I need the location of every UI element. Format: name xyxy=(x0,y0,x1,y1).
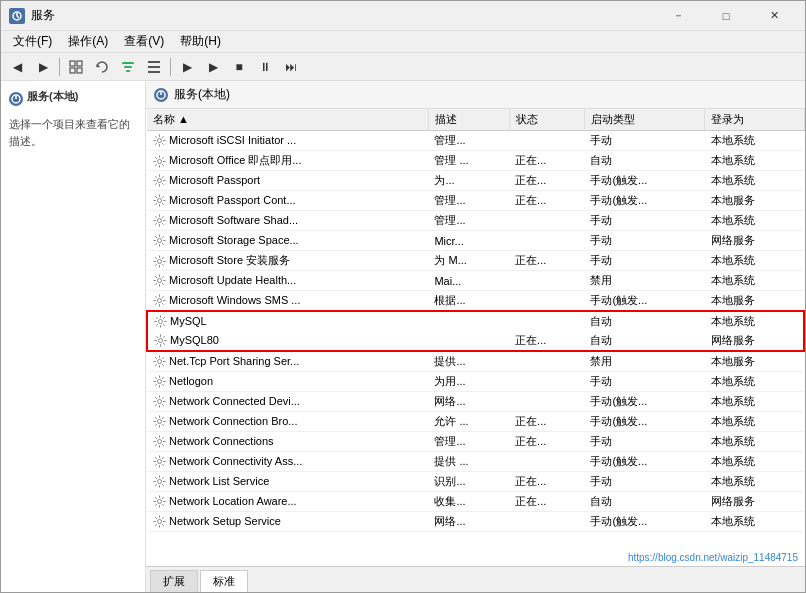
col-startup[interactable]: 启动类型 xyxy=(584,109,704,131)
table-row[interactable]: Microsoft Storage Space...Micr...手动网络服务 xyxy=(147,231,804,251)
forward-button[interactable]: ▶ xyxy=(31,56,55,78)
table-row[interactable]: Microsoft Passport Cont...管理...正在...手动(触… xyxy=(147,191,804,211)
table-row[interactable]: Network Location Aware...收集...正在...自动网络服… xyxy=(147,492,804,512)
svg-point-26 xyxy=(158,320,162,324)
svg-rect-7 xyxy=(122,62,134,64)
table-header-row: 名称 ▲ 描述 状态 启动类型 登录为 xyxy=(147,109,804,131)
toolbar-sep-2 xyxy=(170,58,171,76)
title-bar: 服务 － □ ✕ xyxy=(1,1,805,31)
toolbar-btn-filter[interactable] xyxy=(116,56,140,78)
panel-header-icon xyxy=(154,88,168,102)
back-button[interactable]: ◀ xyxy=(5,56,29,78)
svg-rect-6 xyxy=(77,68,82,73)
table-row[interactable]: Network Setup Service网络...手动(触发...本地系统 xyxy=(147,512,804,532)
svg-rect-9 xyxy=(126,70,130,72)
menu-view[interactable]: 查看(V) xyxy=(116,31,172,52)
table-row[interactable]: MySQL80正在...自动网络服务 xyxy=(147,331,804,351)
panel-title: 服务(本地) xyxy=(174,86,230,103)
sidebar-description: 选择一个项目来查看它的描述。 xyxy=(9,116,137,149)
table-row[interactable]: Microsoft Windows SMS ...根据...手动(触发...本地… xyxy=(147,291,804,312)
svg-rect-3 xyxy=(70,61,75,66)
toolbar-sep-1 xyxy=(59,58,60,76)
table-row[interactable]: Microsoft Passport为...正在...手动(触发...本地系统 xyxy=(147,171,804,191)
toolbar-btn-restart[interactable]: ⏭ xyxy=(279,56,303,78)
tab-extend[interactable]: 扩展 xyxy=(150,570,198,592)
svg-rect-11 xyxy=(148,66,160,68)
svg-point-20 xyxy=(157,199,161,203)
svg-point-23 xyxy=(157,259,161,263)
sidebar: 服务(本地) 选择一个项目来查看它的描述。 xyxy=(1,81,146,592)
svg-line-2 xyxy=(17,16,19,18)
table-row[interactable]: Network Connection Bro...允许 ...正在...手动(触… xyxy=(147,412,804,432)
col-name[interactable]: 名称 ▲ xyxy=(147,109,428,131)
svg-point-31 xyxy=(157,420,161,424)
svg-rect-5 xyxy=(70,68,75,73)
maximize-button[interactable]: □ xyxy=(703,6,749,26)
tab-standard[interactable]: 标准 xyxy=(200,570,248,592)
svg-point-24 xyxy=(157,279,161,283)
svg-point-34 xyxy=(157,480,161,484)
svg-rect-10 xyxy=(148,61,160,63)
title-bar-left: 服务 xyxy=(9,7,55,24)
menu-help[interactable]: 帮助(H) xyxy=(172,31,229,52)
close-button[interactable]: ✕ xyxy=(751,6,797,26)
menu-bar: 文件(F) 操作(A) 查看(V) 帮助(H) xyxy=(1,31,805,53)
table-row[interactable]: Microsoft Store 安装服务为 M...正在...手动本地系统 xyxy=(147,251,804,271)
table-row[interactable]: Microsoft iSCSI Initiator ...管理...手动本地系统 xyxy=(147,131,804,151)
svg-point-25 xyxy=(157,299,161,303)
menu-action[interactable]: 操作(A) xyxy=(60,31,116,52)
toolbar-btn-pause[interactable]: ⏸ xyxy=(253,56,277,78)
sidebar-title: 服务(本地) xyxy=(27,89,78,104)
table-row[interactable]: Microsoft Update Health...Mai...禁用本地系统 xyxy=(147,271,804,291)
table-row[interactable]: Net.Tcp Port Sharing Ser...提供...禁用本地服务 xyxy=(147,351,804,372)
svg-point-28 xyxy=(157,360,161,364)
svg-rect-4 xyxy=(77,61,82,66)
app-icon xyxy=(9,8,25,24)
watermark: https://blog.csdn.net/waizip_11484715 xyxy=(628,552,798,563)
toolbar-btn-list[interactable] xyxy=(142,56,166,78)
svg-point-19 xyxy=(157,179,161,183)
svg-point-21 xyxy=(157,219,161,223)
toolbar-btn-play[interactable]: ▶ xyxy=(175,56,199,78)
svg-point-18 xyxy=(157,159,161,163)
col-login[interactable]: 登录为 xyxy=(705,109,804,131)
services-table: 名称 ▲ 描述 状态 启动类型 登录为 Microsoft iSCSI Init… xyxy=(146,109,805,532)
svg-point-35 xyxy=(157,500,161,504)
svg-point-22 xyxy=(157,239,161,243)
toolbar-btn-stop[interactable]: ■ xyxy=(227,56,251,78)
svg-point-32 xyxy=(157,440,161,444)
sidebar-header: 服务(本地) xyxy=(9,89,137,108)
panel-header: 服务(本地) xyxy=(146,81,805,109)
svg-rect-8 xyxy=(124,66,132,68)
toolbar-btn-grid[interactable] xyxy=(64,56,88,78)
window-title: 服务 xyxy=(31,7,55,24)
svg-point-30 xyxy=(157,400,161,404)
table-row[interactable]: Microsoft Office 即点即用...管理 ...正在...自动本地系… xyxy=(147,151,804,171)
minimize-button[interactable]: － xyxy=(655,6,701,26)
col-desc[interactable]: 描述 xyxy=(428,109,509,131)
svg-point-29 xyxy=(157,380,161,384)
title-buttons: － □ ✕ xyxy=(655,6,797,26)
col-status[interactable]: 状态 xyxy=(509,109,584,131)
main-content: 服务(本地) 选择一个项目来查看它的描述。 服务(本地) xyxy=(1,81,805,592)
table-body: Microsoft iSCSI Initiator ...管理...手动本地系统… xyxy=(147,131,804,532)
main-window: 服务 － □ ✕ 文件(F) 操作(A) 查看(V) 帮助(H) ◀ ▶ xyxy=(0,0,806,593)
table-row[interactable]: Netlogon为用...手动本地系统 xyxy=(147,372,804,392)
table-row[interactable]: Network Connected Devi...网络...手动(触发...本地… xyxy=(147,392,804,412)
svg-point-17 xyxy=(157,139,161,143)
table-row[interactable]: MySQL自动本地系统 xyxy=(147,311,804,331)
svg-point-36 xyxy=(157,520,161,524)
table-row[interactable]: Network Connections管理...正在...手动本地系统 xyxy=(147,432,804,452)
svg-point-27 xyxy=(158,339,162,343)
svg-point-33 xyxy=(157,460,161,464)
table-row[interactable]: Network List Service识别...正在...手动本地系统 xyxy=(147,472,804,492)
table-container[interactable]: 名称 ▲ 描述 状态 启动类型 登录为 Microsoft iSCSI Init… xyxy=(146,109,805,566)
toolbar-btn-refresh[interactable] xyxy=(90,56,114,78)
svg-rect-12 xyxy=(148,71,160,73)
toolbar: ◀ ▶ xyxy=(1,53,805,81)
right-panel: 服务(本地) 名称 ▲ 描述 状态 启动类型 登录为 xyxy=(146,81,805,592)
table-row[interactable]: Network Connectivity Ass...提供 ...手动(触发..… xyxy=(147,452,804,472)
menu-file[interactable]: 文件(F) xyxy=(5,31,60,52)
table-row[interactable]: Microsoft Software Shad...管理...手动本地系统 xyxy=(147,211,804,231)
toolbar-btn-play2[interactable]: ▶ xyxy=(201,56,225,78)
